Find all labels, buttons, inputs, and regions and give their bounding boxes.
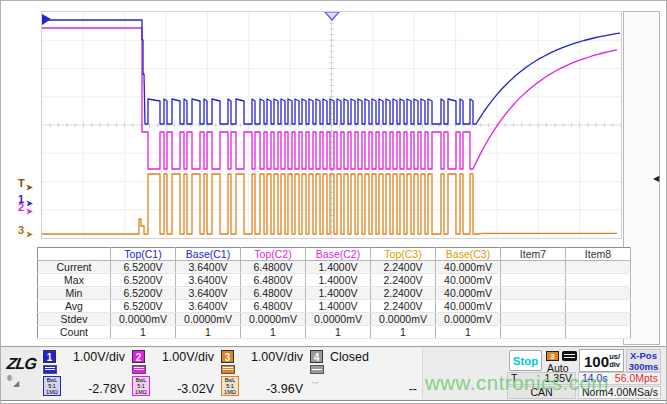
marker-3[interactable]: 3➤ xyxy=(18,225,24,235)
trigger-level-box[interactable]: T 1.35V xyxy=(507,372,576,385)
table-cell: 40.000mV xyxy=(436,287,501,300)
table-cell xyxy=(501,261,566,274)
channel-2-cell[interactable]: 21.00V/divBwL5:11MΩ-3.02V xyxy=(130,348,220,399)
measurement-table: Top(C1)Base(C1)Top(C2)Base(C2)Top(C3)Bas… xyxy=(37,247,631,339)
brand-name: ZLG xyxy=(6,355,38,373)
panel-collapse-arrow-icon[interactable]: ◀ xyxy=(653,174,659,183)
table-cell: 0.0000mV xyxy=(306,313,371,326)
table-cell: 0.0000mV xyxy=(241,313,306,326)
table-cell: 1.4000V xyxy=(306,274,371,287)
table-cell: 3.6400V xyxy=(176,300,241,313)
waveform-canvas xyxy=(42,12,621,238)
channel-badge[interactable]: 3 xyxy=(221,350,234,363)
probe-info: BwL5:11MΩ xyxy=(43,376,61,396)
timebase-box[interactable]: 100 us/ div xyxy=(579,349,624,372)
marker-arrow-icon: ➤ xyxy=(26,230,33,240)
table-cell: 6.4800V xyxy=(241,287,306,300)
table-cell xyxy=(501,300,566,313)
table-cell xyxy=(566,326,631,339)
row-label: Avg xyxy=(38,300,111,313)
channel-scale: Closed xyxy=(330,350,369,364)
xpos-label: X-Pos xyxy=(630,350,657,361)
channel-offset: -- xyxy=(409,382,417,396)
channel-4-cell[interactable]: 4Closed-.--- xyxy=(308,348,423,399)
table-cell: 6.4800V xyxy=(241,274,306,287)
table-cell xyxy=(501,274,566,287)
coupling-icon xyxy=(132,365,146,374)
registered-mark: ® xyxy=(7,375,12,382)
channel-1-cell[interactable]: 11.00V/divBwL5:11MΩ-2.78V xyxy=(41,348,131,399)
timebase-value: 100 xyxy=(584,353,609,370)
marker-2[interactable]: 2➤ xyxy=(18,202,24,212)
channel-offset: -3.02V xyxy=(177,382,214,396)
table-cell: 1 xyxy=(436,326,501,339)
table-header: Top(C1) xyxy=(111,248,176,261)
table-cell: 6.5200V xyxy=(111,287,176,300)
table-cell: 40.000mV xyxy=(436,274,501,287)
table-cell xyxy=(566,287,631,300)
table-header xyxy=(38,248,111,261)
channel-scale: 1.00V/div xyxy=(73,350,125,364)
table-cell: 6.5200V xyxy=(111,274,176,287)
table-header: Top(C3) xyxy=(371,248,436,261)
row-label: Count xyxy=(38,326,111,339)
record-info-box: 14.0s 56.0Mpts xyxy=(578,372,661,385)
table-cell xyxy=(501,287,566,300)
table-header: Base(C3) xyxy=(436,248,501,261)
channel-3-cell[interactable]: 31.00V/divBwL5:11MΩ-3.96V xyxy=(219,348,309,399)
table-header: Top(C2) xyxy=(241,248,306,261)
table-cell: 1 xyxy=(241,326,306,339)
channel-scale: 1.00V/div xyxy=(162,350,214,364)
row-label: Stdev xyxy=(38,313,111,326)
acquisition-mode: Norm xyxy=(582,387,608,398)
table-cell: 3.6400V xyxy=(176,287,241,300)
table-cell: 1 xyxy=(371,326,436,339)
marker-t[interactable]: T➤ xyxy=(18,178,25,188)
table-cell: 1 xyxy=(176,326,241,339)
row-label: Min xyxy=(38,287,111,300)
table-cell: 2.2400V xyxy=(371,274,436,287)
table-cell: 3.6400V xyxy=(176,261,241,274)
table-cell: 0.0000mV xyxy=(371,313,436,326)
table-row: Stdev0.0000mV0.0000mV0.0000mV0.0000mV0.0… xyxy=(38,313,631,326)
oscilloscope-screen: ◀ Top(C1)Base(C1)Top(C2)Base(C2)Top(C3)B… xyxy=(0,0,667,404)
table-cell: 1.4000V xyxy=(306,300,371,313)
table-cell: 0.0000mV xyxy=(176,313,241,326)
table-row: Max6.5200V3.6400V6.4800V1.4000V2.2400V40… xyxy=(38,274,631,287)
table-cell: 1.4000V xyxy=(306,287,371,300)
coupling-icon xyxy=(43,365,57,374)
trigger-bus-box[interactable]: CAN xyxy=(507,386,576,399)
channel-offset: -3.96V xyxy=(266,382,303,396)
row-label: Current xyxy=(38,261,111,274)
table-cell xyxy=(566,300,631,313)
probe-placeholder: -.- xyxy=(312,378,319,385)
trigger-source-badge[interactable]: 3 xyxy=(546,351,559,361)
table-row: Min6.5200V3.6400V6.4800V1.4000V2.2400V40… xyxy=(38,287,631,300)
table-cell: 40.000mV xyxy=(436,300,501,313)
table-row: Count111111 xyxy=(38,326,631,339)
channel-scale: 1.00V/div xyxy=(251,350,303,364)
run-stop-button[interactable]: Stop xyxy=(509,350,542,371)
table-row: Avg6.5200V3.6400V6.4800V1.4000V2.2400V40… xyxy=(38,300,631,313)
channel-badge[interactable]: 2 xyxy=(132,350,145,363)
probe-info: BwL5:11MΩ xyxy=(221,376,239,396)
marker-arrow-icon: ➤ xyxy=(26,207,33,217)
channel-badge[interactable]: 4 xyxy=(310,350,323,363)
trigger-type-icon[interactable] xyxy=(562,351,577,361)
table-header: Item7 xyxy=(501,248,566,261)
table-cell: 6.4800V xyxy=(241,261,306,274)
status-bar: ZLG® ◢ 11.00V/divBwL5:11MΩ-2.78V21.00V/d… xyxy=(1,346,667,401)
table-cell: 1.4000V xyxy=(306,261,371,274)
table-header: Base(C2) xyxy=(306,248,371,261)
table-cell: 2.2400V xyxy=(371,300,436,313)
table-cell: 1 xyxy=(111,326,176,339)
record-points: 56.0Mpts xyxy=(615,373,658,384)
table-cell: 6.5200V xyxy=(111,261,176,274)
coupling-icon xyxy=(310,365,324,374)
trigger-t-label: T xyxy=(511,373,517,384)
xpos-box[interactable]: X-Pos 300ms xyxy=(626,349,661,372)
xpos-value: 300ms xyxy=(629,361,659,372)
table-cell xyxy=(501,313,566,326)
channel-badge[interactable]: 1 xyxy=(43,350,56,363)
waveform-display[interactable] xyxy=(41,11,622,239)
